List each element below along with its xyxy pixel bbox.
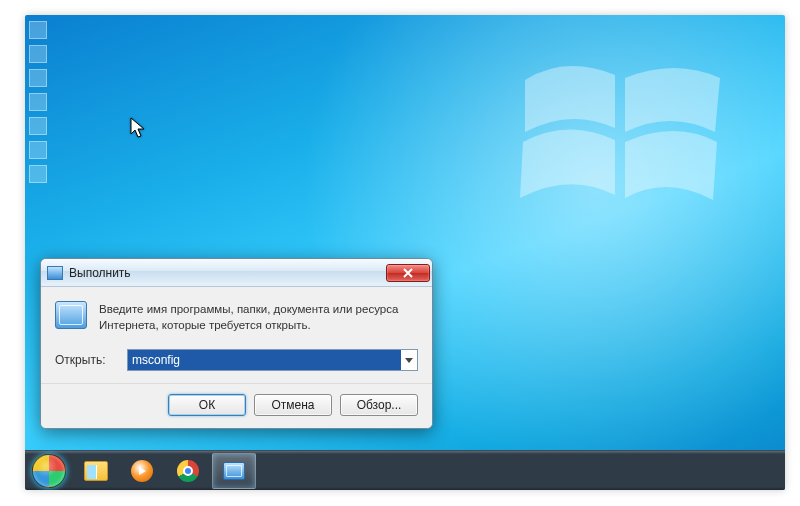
chrome-icon [177, 460, 199, 482]
desktop-icon[interactable] [29, 69, 47, 87]
dialog-titlebar[interactable]: Выполнить [41, 259, 432, 287]
cancel-button[interactable]: Отмена [254, 394, 332, 416]
run-dialog: Выполнить Введите имя программы, папки, … [40, 258, 433, 429]
desktop-icon[interactable] [29, 165, 47, 183]
browse-button[interactable]: Обзор... [340, 394, 418, 416]
windows-logo-watermark [515, 50, 725, 224]
close-icon [403, 268, 413, 278]
desktop-icon[interactable] [29, 141, 47, 159]
ok-button[interactable]: ОК [168, 394, 246, 416]
taskbar-items [73, 451, 257, 490]
dialog-body: Введите имя программы, папки, документа … [41, 287, 432, 383]
ok-button-label: ОК [199, 398, 215, 412]
dialog-title: Выполнить [69, 266, 386, 280]
explorer-icon [84, 461, 108, 481]
cancel-button-label: Отмена [271, 398, 314, 412]
desktop-icon[interactable] [29, 117, 47, 135]
taskbar [25, 450, 785, 490]
browse-button-label: Обзор... [357, 398, 402, 412]
cursor-icon [130, 117, 146, 139]
desktop-icon[interactable] [29, 45, 47, 63]
desktop[interactable]: Выполнить Введите имя программы, папки, … [25, 15, 785, 490]
open-combobox[interactable]: msconfig [127, 349, 418, 371]
taskbar-item-run[interactable] [212, 453, 256, 489]
run-dialog-icon [55, 301, 87, 329]
dialog-instruction: Введите имя программы, папки, документа … [99, 301, 418, 333]
media-player-icon [131, 460, 153, 482]
start-orb-icon [32, 454, 66, 488]
run-title-icon [47, 266, 63, 280]
desktop-icon[interactable] [29, 93, 47, 111]
taskbar-item-explorer[interactable] [74, 453, 118, 489]
screenshot: Выполнить Введите имя программы, папки, … [0, 0, 800, 506]
open-input-value[interactable]: msconfig [128, 350, 401, 370]
run-icon [223, 462, 245, 480]
start-button[interactable] [25, 451, 73, 491]
taskbar-item-chrome[interactable] [166, 453, 210, 489]
close-button[interactable] [386, 264, 430, 282]
desktop-icon[interactable] [29, 21, 47, 39]
taskbar-item-wmp[interactable] [120, 453, 164, 489]
dialog-button-row: ОК Отмена Обзор... [41, 383, 432, 428]
chevron-down-icon[interactable] [401, 350, 417, 370]
desktop-icons-rail [29, 15, 49, 189]
open-label: Открыть: [55, 353, 115, 367]
